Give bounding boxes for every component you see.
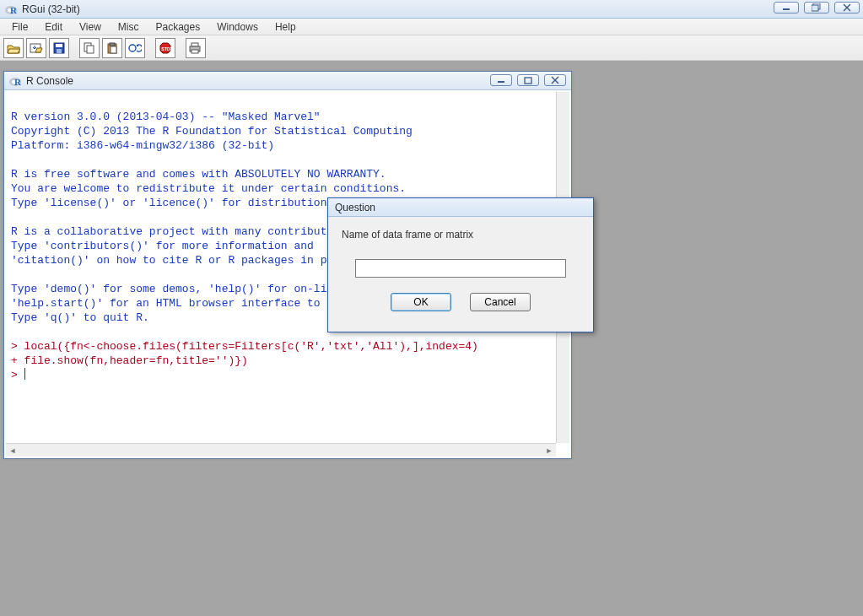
toolbar-open-icon[interactable] (3, 38, 24, 58)
menu-file[interactable]: File (3, 19, 36, 35)
menu-view[interactable]: View (71, 19, 110, 35)
svg-text:STOP: STOP (161, 46, 171, 51)
svg-rect-24 (191, 43, 198, 46)
mdi-client-area: R R Console R version 3.0.0 (2013- (0, 61, 863, 616)
dialog-prompt-label: Name of data frame or matrix (342, 229, 580, 240)
scroll-right-icon[interactable]: ► (542, 444, 556, 457)
menu-help[interactable]: Help (267, 19, 305, 35)
toolbar-paste-icon[interactable] (102, 38, 122, 58)
toolbar-copy-icon[interactable] (79, 38, 100, 58)
r-logo-icon: R (9, 74, 23, 88)
svg-rect-18 (110, 43, 115, 46)
main-minimize-button[interactable] (774, 2, 799, 14)
console-titlebar: R R Console (4, 72, 571, 90)
toolbar-stop-icon[interactable]: STOP (155, 38, 175, 58)
menu-misc[interactable]: Misc (110, 19, 148, 35)
toolbar-load-workspace-icon[interactable] (26, 38, 46, 58)
svg-rect-5 (812, 5, 818, 11)
svg-rect-14 (57, 49, 62, 53)
svg-point-20 (129, 45, 136, 51)
svg-rect-3 (783, 8, 790, 10)
menu-windows[interactable]: Windows (208, 19, 267, 35)
rgui-main-window: R RGui (32-bit) File Edit View Misc Pack… (0, 0, 863, 616)
svg-rect-16 (87, 46, 94, 53)
console-window-title: R Console (26, 75, 73, 87)
main-window-title: RGui (32-bit) (22, 3, 80, 15)
menubar: File Edit View Misc Packages Windows Hel… (0, 19, 863, 35)
menu-packages[interactable]: Packages (148, 19, 209, 35)
console-minimize-button[interactable] (490, 74, 512, 86)
svg-text:R: R (14, 77, 22, 87)
main-restore-button[interactable] (804, 2, 829, 14)
dialog-body: Name of data frame or matrix OK Cancel (328, 217, 593, 320)
toolbar-print-icon[interactable] (186, 38, 206, 58)
ok-button[interactable]: OK (391, 293, 451, 311)
svg-rect-31 (525, 78, 531, 84)
toolbar-save-icon[interactable] (49, 38, 69, 58)
svg-rect-30 (498, 81, 504, 83)
main-close-button[interactable] (834, 2, 860, 14)
svg-rect-13 (56, 44, 62, 47)
dialog-titlebar: Question (328, 198, 593, 217)
cancel-button[interactable]: Cancel (470, 293, 531, 311)
svg-marker-11 (35, 48, 42, 52)
svg-rect-19 (111, 46, 116, 53)
menu-edit[interactable]: Edit (36, 19, 71, 35)
toolbar: STOP (0, 35, 863, 61)
dialog-text-input[interactable] (355, 259, 566, 278)
question-dialog: Question Name of data frame or matrix OK… (327, 197, 594, 332)
dialog-title: Question (335, 202, 375, 213)
console-horizontal-scrollbar[interactable]: ◄ ► (6, 443, 556, 457)
console-close-button[interactable] (544, 74, 566, 86)
svg-marker-9 (8, 49, 20, 53)
svg-text:R: R (10, 5, 18, 15)
main-titlebar: R RGui (32-bit) (0, 0, 863, 19)
r-logo-icon: R (5, 3, 19, 16)
console-maximize-button[interactable] (517, 74, 539, 86)
scroll-left-icon[interactable]: ◄ (6, 444, 19, 457)
toolbar-copy-paste-icon[interactable] (125, 38, 145, 58)
svg-rect-26 (191, 50, 198, 53)
